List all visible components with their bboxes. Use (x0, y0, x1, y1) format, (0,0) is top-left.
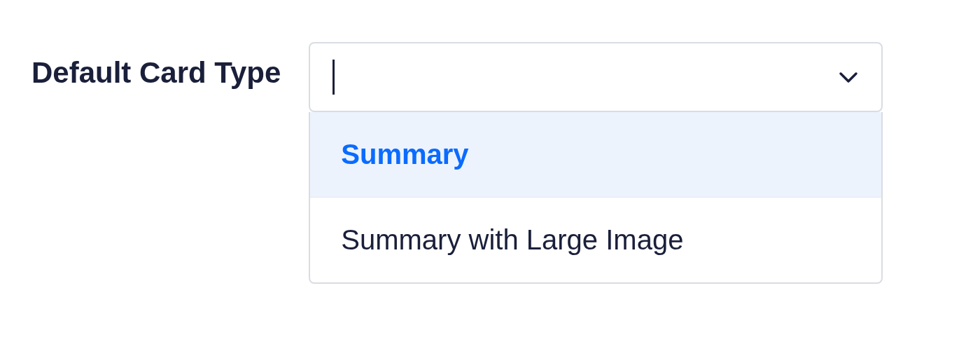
dropdown-option-summary-large-image[interactable]: Summary with Large Image (310, 198, 881, 282)
chevron-down-icon (838, 70, 859, 84)
card-type-dropdown[interactable]: Summary Summary with Large Image (309, 42, 883, 284)
card-type-label: Default Card Type (31, 42, 281, 90)
form-row: Default Card Type Summary Summary with L… (31, 42, 948, 284)
dropdown-input-box[interactable] (309, 42, 883, 112)
dropdown-list: Summary Summary with Large Image (309, 112, 883, 284)
dropdown-option-summary[interactable]: Summary (310, 112, 881, 198)
card-type-input[interactable] (335, 43, 824, 111)
